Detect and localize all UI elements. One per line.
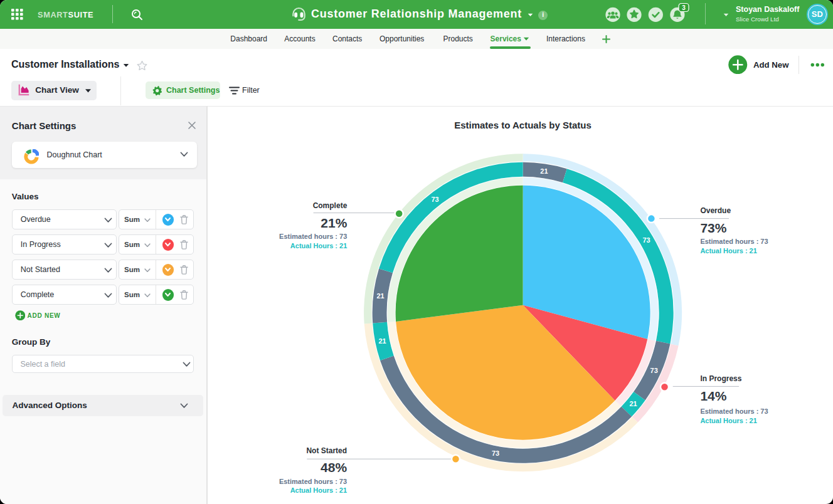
svg-text:21: 21: [376, 292, 384, 300]
svg-text:21: 21: [540, 167, 548, 175]
svg-text:73: 73: [431, 196, 438, 203]
svg-text:21: 21: [629, 400, 637, 407]
svg-text:21: 21: [378, 337, 386, 345]
svg-text:73: 73: [650, 367, 658, 374]
svg-text:73: 73: [492, 449, 499, 457]
svg-text:3: 3: [682, 4, 686, 11]
svg-text:73: 73: [642, 236, 650, 244]
